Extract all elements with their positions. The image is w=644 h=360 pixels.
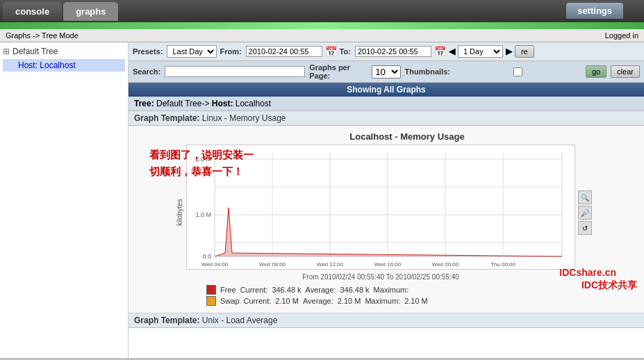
tree-value: Default Tree-> (156, 99, 209, 108)
svg-text:Wed 16:00: Wed 16:00 (374, 261, 402, 268)
graph-template2-line: Graph Template: Unix - Load Average (129, 313, 644, 328)
settings-button[interactable]: settings (566, 3, 623, 19)
legend-current-free: 346.48 k (272, 286, 301, 294)
graph-tools: 🔍 🔎 ↺ (578, 190, 592, 235)
host-label: Host: (212, 99, 233, 108)
sidebar-host-item[interactable]: Host: Localhost (3, 59, 125, 72)
legend-avg-label-free: Average: (306, 286, 336, 294)
svg-text:Wed 20:00: Wed 20:00 (432, 261, 459, 268)
svg-text:Wed 08:00: Wed 08:00 (259, 261, 286, 268)
tree-label: Tree: (134, 99, 154, 108)
sidebar: ⊞ Default Tree Host: Localhost (0, 42, 129, 358)
controls-bar-row1: Presets: Last Day From: 📅 To: 📅 ◀ 1 Day … (129, 42, 644, 61)
legend-name-free: Free (220, 286, 236, 294)
breadcrumb-bar: Graphs -> Tree Mode Logged in (0, 29, 644, 42)
green-bar (0, 22, 644, 29)
graph-template-label: Graph Template: (134, 113, 199, 123)
svg-text:Wed 04:00: Wed 04:00 (201, 261, 229, 268)
graphs-tab[interactable]: graphs (63, 2, 118, 21)
step-select[interactable]: 1 Day (458, 45, 503, 58)
legend-avg-label-swap: Average: (303, 297, 333, 305)
search-label: Search: (133, 67, 160, 76)
date-range: From 2010/02/24 00:55:40 To 2010/02/25 0… (186, 273, 575, 281)
graphs-per-page-select[interactable]: 10 (372, 65, 400, 79)
calendar-icon-from[interactable]: 📅 (325, 46, 337, 57)
legend-avg-swap: 2.10 M (338, 297, 361, 305)
graph-legend: Free Current: 346.48 k Average: 346.48 k… (176, 285, 638, 306)
legend-avg-free: 346.48 k (340, 286, 369, 294)
go-button[interactable]: go (586, 65, 606, 78)
svg-text:0.0: 0.0 (202, 253, 211, 260)
next-arrow[interactable]: ▶ (506, 47, 512, 56)
graph-template-value: Linux - Memory Usage (202, 113, 286, 123)
svg-text:1.0 M: 1.0 M (195, 211, 211, 218)
showing-header: Showing All Graphs (129, 83, 644, 97)
legend-swatch-swap (206, 296, 216, 306)
graph-template2-value: Unix - Load Average (202, 316, 278, 325)
tree-root-label: Default Tree (13, 47, 58, 56)
graph-refresh-button[interactable]: ↺ (578, 221, 592, 235)
zoom-in-button[interactable]: 🔍 (578, 190, 592, 204)
svg-text:Thu 00:00: Thu 00:00 (490, 261, 516, 268)
sidebar-host-label: Host: Localhost (18, 60, 76, 70)
legend-row-swap: Swap Current: 2.10 M Average: 2.10 M Max… (206, 296, 638, 306)
legend-swatch-free (206, 285, 216, 295)
legend-max-label-swap: Maximum: (365, 297, 400, 305)
watermark2: IDC技术共享 (581, 279, 637, 292)
legend-name-swap: Swap (220, 297, 240, 305)
sidebar-tree-root[interactable]: ⊞ Default Tree (3, 47, 125, 56)
graph-container: 看到图了，说明安装一切顺利，恭喜一下！ Localhost - Memory U… (129, 126, 644, 313)
legend-current-label-free: Current: (240, 286, 268, 294)
from-input[interactable] (246, 46, 322, 57)
host-value: Localhost (236, 99, 271, 108)
search-input[interactable] (165, 66, 305, 77)
legend-current-label-swap: Current: (244, 297, 272, 305)
top-nav: console graphs settings (0, 0, 644, 22)
tree-line: Tree: Default Tree-> Host: Localhost (129, 97, 644, 111)
thumbnails-label: Thumbnails: (405, 67, 450, 76)
graphs-per-page-label: Graphs per Page: (309, 63, 368, 80)
annotation-text: 看到图了，说明安装一切顺利，恭喜一下！ (149, 147, 254, 180)
presets-label: Presets: (133, 47, 163, 56)
svg-text:Wed 12:00: Wed 12:00 (317, 261, 344, 268)
login-status: Logged in (605, 31, 638, 40)
tree-icon: ⊞ (3, 47, 10, 56)
legend-max-swap: 2.10 M (404, 297, 428, 305)
refresh-button[interactable]: re (515, 45, 534, 58)
to-label: To: (340, 47, 351, 56)
legend-row-free: Free Current: 346.48 k Average: 346.48 k… (206, 285, 638, 295)
search-row: Search: Graphs per Page: 10 Thumbnails: … (129, 61, 644, 83)
watermark1: IDCshare.cn (559, 267, 616, 278)
graph-template-line: Graph Template: Linux - Memory Usage (129, 111, 644, 126)
clear-button[interactable]: clear (611, 65, 640, 78)
prev-arrow[interactable]: ◀ (449, 47, 455, 56)
legend-current-swap: 2.10 M (275, 297, 299, 305)
presets-select[interactable]: Last Day (167, 45, 217, 58)
from-label: From: (220, 47, 241, 56)
graph-title: Localhost - Memory Usage (176, 131, 638, 142)
calendar-icon-to[interactable]: 📅 (434, 46, 446, 57)
breadcrumb: Graphs -> Tree Mode (6, 31, 79, 40)
main-layout: ⊞ Default Tree Host: Localhost Presets: … (0, 42, 644, 358)
content-area: Presets: Last Day From: 📅 To: 📅 ◀ 1 Day … (129, 42, 644, 358)
graph-template2-label: Graph Template: (134, 316, 199, 325)
legend-max-label-free: Maximum: (374, 286, 409, 294)
console-tab[interactable]: console (3, 2, 62, 21)
zoom-out-button[interactable]: 🔎 (578, 206, 592, 220)
to-input[interactable] (355, 46, 431, 57)
thumbnails-checkbox[interactable] (454, 67, 581, 76)
